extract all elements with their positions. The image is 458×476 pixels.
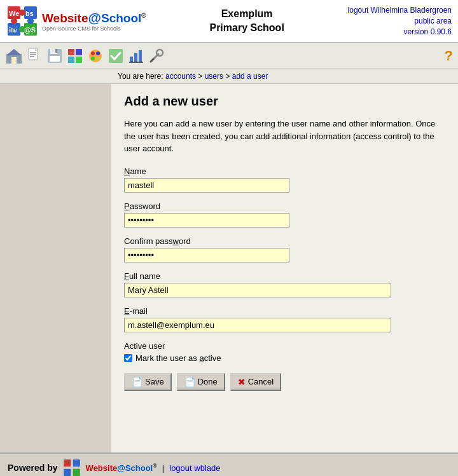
- breadcrumb: You are here: accounts > users > add a u…: [0, 69, 458, 84]
- active-user-label: Active user: [124, 341, 445, 351]
- fullname-input[interactable]: [124, 283, 391, 297]
- checkbox-label-text2: ctive: [204, 353, 221, 363]
- svg-rect-41: [64, 460, 71, 467]
- page-icon[interactable]: [25, 47, 43, 65]
- save-button[interactable]: 📄 Save: [124, 373, 172, 391]
- breadcrumb-accounts[interactable]: accounts: [165, 72, 196, 81]
- breadcrumb-users[interactable]: users: [205, 72, 223, 81]
- logo-text-block: Website@School® Open-Source CMS for Scho…: [42, 10, 146, 32]
- cancel-icon: ✖: [238, 377, 246, 387]
- password-group: Password: [124, 201, 445, 228]
- svg-point-39: [156, 50, 163, 56]
- breadcrumb-add-user[interactable]: add a user: [232, 72, 268, 81]
- svg-point-30: [96, 51, 100, 55]
- logo-at: @: [88, 10, 101, 25]
- svg-rect-35: [134, 53, 137, 62]
- theme-icon[interactable]: [87, 47, 104, 65]
- help-button[interactable]: ?: [445, 48, 453, 64]
- svg-rect-27: [76, 57, 82, 63]
- site-title: Exemplum Primary School: [146, 7, 348, 36]
- fullname-label-underline: F: [124, 271, 129, 281]
- content-area: Add a new user Here you can add a new us…: [111, 84, 458, 452]
- svg-point-6: [27, 18, 34, 24]
- checkbox-label-underline: a: [199, 353, 204, 363]
- email-label: E-mail: [124, 306, 445, 316]
- logo-puzzle-icon: We bs ite @S: [6, 5, 38, 37]
- name-label: Name: [124, 167, 445, 176]
- toolbar-icons: [5, 47, 445, 65]
- svg-point-29: [91, 51, 95, 55]
- svg-text:@S: @S: [24, 26, 36, 34]
- module-icon[interactable]: [66, 47, 84, 65]
- done-button[interactable]: 📄 Done: [177, 373, 225, 391]
- svg-point-31: [91, 57, 95, 60]
- fullname-label: Full name: [124, 271, 445, 281]
- active-checkbox[interactable]: [124, 354, 132, 362]
- cancel-label: Cancel: [248, 377, 274, 386]
- svg-rect-14: [11, 57, 17, 64]
- floppy-icon[interactable]: [46, 47, 64, 65]
- fullname-label-rest: ull name: [129, 271, 160, 281]
- svg-text:We: We: [9, 10, 19, 17]
- checkbox-row: Mark the user as active: [124, 353, 445, 363]
- password-label-underline: P: [124, 201, 130, 211]
- fullname-group: Full name: [124, 271, 445, 297]
- password-label: Password: [124, 201, 445, 211]
- save-label: Save: [145, 377, 164, 386]
- confirm-label-text1: Confirm pass: [124, 236, 173, 246]
- password-input[interactable]: [124, 213, 289, 228]
- home-icon[interactable]: [5, 47, 23, 65]
- confirm-password-label: Confirm password: [124, 236, 445, 246]
- confirm-label-text2: ord: [179, 236, 191, 246]
- confirm-label-underline: w: [173, 236, 179, 246]
- svg-text:ite: ite: [9, 26, 17, 34]
- toolbar: ?: [0, 43, 458, 69]
- main: Add a new user Here you can add a new us…: [0, 84, 458, 452]
- footer-logo-text: Website@School®: [86, 463, 157, 473]
- svg-rect-43: [64, 469, 71, 476]
- edit-icon[interactable]: [107, 47, 125, 65]
- tools-icon[interactable]: [148, 47, 165, 65]
- svg-point-28: [89, 50, 102, 62]
- svg-rect-44: [73, 469, 80, 476]
- svg-point-5: [11, 18, 17, 24]
- svg-rect-23: [50, 56, 60, 62]
- svg-rect-26: [68, 57, 74, 63]
- footer-separator: |: [162, 463, 164, 473]
- name-label-underline: N: [124, 167, 130, 176]
- save-icon: 📄: [132, 377, 142, 387]
- name-group: Name: [124, 167, 445, 193]
- description: Here you can add a new user by entering …: [124, 118, 445, 155]
- done-icon: 📄: [184, 377, 195, 387]
- logo-area: We bs ite @S Website@School® Open-Source…: [6, 5, 146, 37]
- svg-rect-42: [73, 460, 80, 467]
- email-group: E-mail: [124, 306, 445, 332]
- logout-link[interactable]: logout Wilhelmina Bladergroen: [348, 6, 452, 15]
- logo-tagline: Open-Source CMS for Schools: [42, 25, 146, 32]
- footer-logo-icon: [63, 459, 81, 476]
- email-input[interactable]: [124, 318, 391, 332]
- active-checkbox-label[interactable]: Mark the user as active: [135, 353, 221, 363]
- svg-rect-34: [130, 57, 133, 62]
- breadcrumb-sep2: >: [225, 72, 232, 81]
- active-user-section: Active user Mark the user as active: [124, 341, 445, 363]
- confirm-password-input[interactable]: [124, 248, 289, 262]
- page-title: Add a new user: [124, 94, 445, 109]
- confirm-password-group: Confirm password: [124, 236, 445, 262]
- svg-rect-24: [68, 49, 74, 55]
- breadcrumb-sep1: >: [198, 72, 204, 81]
- footer-logout-link[interactable]: logout wblade: [169, 463, 220, 473]
- email-label-rest: -mail: [130, 306, 148, 316]
- stats-icon[interactable]: [127, 47, 145, 65]
- svg-point-4: [19, 10, 25, 16]
- header: We bs ite @S Website@School® Open-Source…: [0, 0, 458, 43]
- svg-point-32: [96, 57, 100, 60]
- svg-rect-25: [76, 49, 82, 55]
- done-label: Done: [198, 377, 218, 386]
- logo-website: Website: [42, 11, 88, 25]
- email-label-underline: E: [124, 306, 130, 316]
- cancel-button[interactable]: ✖ Cancel: [230, 373, 281, 391]
- name-input[interactable]: [124, 178, 289, 193]
- svg-rect-22: [55, 49, 57, 53]
- logo-registered: ®: [141, 12, 146, 19]
